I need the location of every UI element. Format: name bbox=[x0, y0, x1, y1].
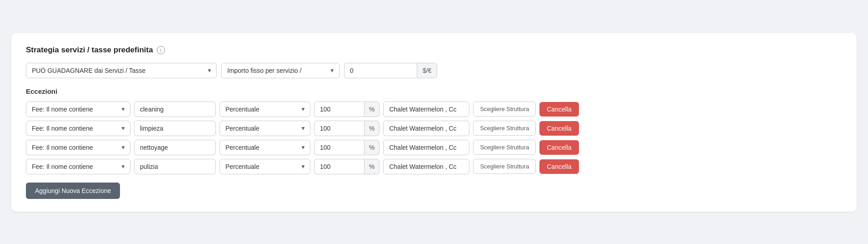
amount-suffix: $/€ bbox=[417, 63, 437, 78]
ex-number-input-4[interactable] bbox=[314, 159, 364, 174]
amount-input[interactable] bbox=[344, 63, 417, 78]
ex-amount-group-4: % bbox=[314, 159, 379, 174]
calc-select-3[interactable]: Percentuale Importo fisso bbox=[219, 140, 310, 155]
select-structure-button-4[interactable]: Scegliere Struttura bbox=[473, 159, 536, 174]
ex-number-input-1[interactable] bbox=[314, 102, 364, 117]
cancel-button-1[interactable]: Cancella bbox=[539, 102, 579, 117]
calc-select-4[interactable]: Percentuale Importo fisso bbox=[219, 159, 310, 174]
select-structure-button-2[interactable]: Scegliere Struttura bbox=[473, 121, 536, 136]
exception-row: Fee: Il nome contiene Fee: Il nome è ugu… bbox=[26, 140, 842, 155]
ex-property-input-2[interactable] bbox=[383, 121, 469, 136]
cancel-button-4[interactable]: Cancella bbox=[539, 159, 579, 174]
select-structure-button-3[interactable]: Scegliere Struttura bbox=[473, 140, 536, 155]
exception-text-input-3[interactable] bbox=[134, 140, 216, 155]
ex-amount-group-1: % bbox=[314, 102, 379, 117]
condition-select-wrapper-3: Fee: Il nome contiene Fee: Il nome è ugu… bbox=[26, 140, 130, 155]
condition-select-4[interactable]: Fee: Il nome contiene Fee: Il nome è ugu… bbox=[26, 159, 130, 174]
info-icon[interactable]: i bbox=[157, 46, 165, 54]
exceptions-list: Fee: Il nome contiene Fee: Il nome è ugu… bbox=[26, 102, 842, 174]
exception-text-input-4[interactable] bbox=[134, 159, 216, 174]
condition-select-3[interactable]: Fee: Il nome contiene Fee: Il nome è ugu… bbox=[26, 140, 130, 155]
ex-pct-suffix-2: % bbox=[364, 121, 379, 136]
main-card: Strategia servizi / tasse predefinita i … bbox=[11, 33, 857, 212]
exception-row: Fee: Il nome contiene Fee: Il nome è ugu… bbox=[26, 102, 842, 117]
calc-select-1[interactable]: Percentuale Importo fisso bbox=[219, 102, 310, 117]
ex-number-input-3[interactable] bbox=[314, 140, 364, 155]
strategy-select[interactable]: PUÒ GUADAGNARE dai Servizi / Tasse NON P… bbox=[26, 63, 217, 78]
cancel-button-3[interactable]: Cancella bbox=[539, 140, 579, 155]
condition-select-1[interactable]: Fee: Il nome contiene Fee: Il nome è ugu… bbox=[26, 102, 130, 117]
calc-select-wrapper-4: Percentuale Importo fisso ▼ bbox=[219, 159, 310, 174]
select-structure-button-1[interactable]: Scegliere Struttura bbox=[473, 102, 536, 117]
amount-input-group: $/€ bbox=[344, 63, 437, 78]
ex-pct-suffix-3: % bbox=[364, 140, 379, 155]
strategy-select-wrapper: PUÒ GUADAGNARE dai Servizi / Tasse NON P… bbox=[26, 63, 217, 78]
ex-amount-group-3: % bbox=[314, 140, 379, 155]
condition-select-wrapper-2: Fee: Il nome contiene Fee: Il nome è ugu… bbox=[26, 121, 130, 136]
exception-row: Fee: Il nome contiene Fee: Il nome è ugu… bbox=[26, 159, 842, 174]
type-select-wrapper: Importo fisso per servizio / Percentuale… bbox=[221, 63, 339, 78]
cancel-button-2[interactable]: Cancella bbox=[539, 121, 579, 136]
calc-select-wrapper-1: Percentuale Importo fisso ▼ bbox=[219, 102, 310, 117]
exception-text-input-2[interactable] bbox=[134, 121, 216, 136]
ex-property-input-3[interactable] bbox=[383, 140, 469, 155]
calc-select-wrapper-2: Percentuale Importo fisso ▼ bbox=[219, 121, 310, 136]
ex-amount-group-2: % bbox=[314, 121, 379, 136]
exception-row: Fee: Il nome contiene Fee: Il nome è ugu… bbox=[26, 121, 842, 136]
add-exception-button[interactable]: Aggiungi Nuova Eccezione bbox=[26, 183, 120, 199]
main-controls: PUÒ GUADAGNARE dai Servizi / Tasse NON P… bbox=[26, 63, 842, 78]
ex-property-input-1[interactable] bbox=[383, 102, 469, 117]
condition-select-wrapper-4: Fee: Il nome contiene Fee: Il nome è ugu… bbox=[26, 159, 130, 174]
condition-select-2[interactable]: Fee: Il nome contiene Fee: Il nome è ugu… bbox=[26, 121, 130, 136]
type-select[interactable]: Importo fisso per servizio / Percentuale bbox=[221, 63, 339, 78]
page-title: Strategia servizi / tasse predefinita bbox=[26, 46, 153, 55]
ex-property-input-4[interactable] bbox=[383, 159, 469, 174]
calc-select-2[interactable]: Percentuale Importo fisso bbox=[219, 121, 310, 136]
calc-select-wrapper-3: Percentuale Importo fisso ▼ bbox=[219, 140, 310, 155]
exception-text-input-1[interactable] bbox=[134, 102, 216, 117]
ex-pct-suffix-1: % bbox=[364, 102, 379, 117]
condition-select-wrapper-1: Fee: Il nome contiene Fee: Il nome è ugu… bbox=[26, 102, 130, 117]
ex-number-input-2[interactable] bbox=[314, 121, 364, 136]
exceptions-label: Eccezioni bbox=[26, 87, 842, 95]
ex-pct-suffix-4: % bbox=[364, 159, 379, 174]
title-row: Strategia servizi / tasse predefinita i bbox=[26, 46, 842, 55]
